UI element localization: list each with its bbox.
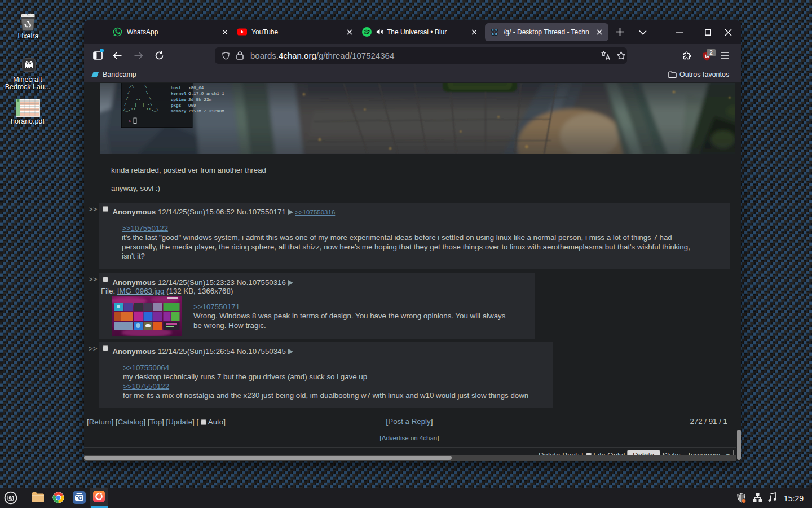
svg-text:/ ,, \: / ,, \ <box>126 97 152 101</box>
svg-text:6.17.9-arch1-1: 6.17.9-arch1-1 <box>188 91 224 96</box>
svg-text:pkgs: pkgs <box>171 103 182 108</box>
svg-text:uptime: uptime <box>171 98 187 102</box>
svg-text:kernel: kernel <box>171 91 187 96</box>
svg-text:7157M / 31298M: 7157M / 31298M <box>188 109 224 113</box>
svg-text:>: > <box>129 119 131 124</box>
svg-text:memory: memory <box>171 109 187 113</box>
svg-text:/_-'' ''-_\: /_-'' ''-_\ <box>123 108 159 112</box>
svg-text:x86_64: x86_64 <box>188 86 204 90</box>
svg-text:~: ~ <box>123 119 126 124</box>
svg-text:/ \: / \ <box>127 90 148 95</box>
svg-text:/ | | -\: / | | -\ <box>124 102 153 107</box>
svg-text:909: 909 <box>188 103 196 108</box>
svg-text:host: host <box>171 86 181 90</box>
svg-text:2d 5h 23m: 2d 5h 23m <box>188 98 211 102</box>
svg-text:/\ \: /\ \ <box>129 85 147 89</box>
